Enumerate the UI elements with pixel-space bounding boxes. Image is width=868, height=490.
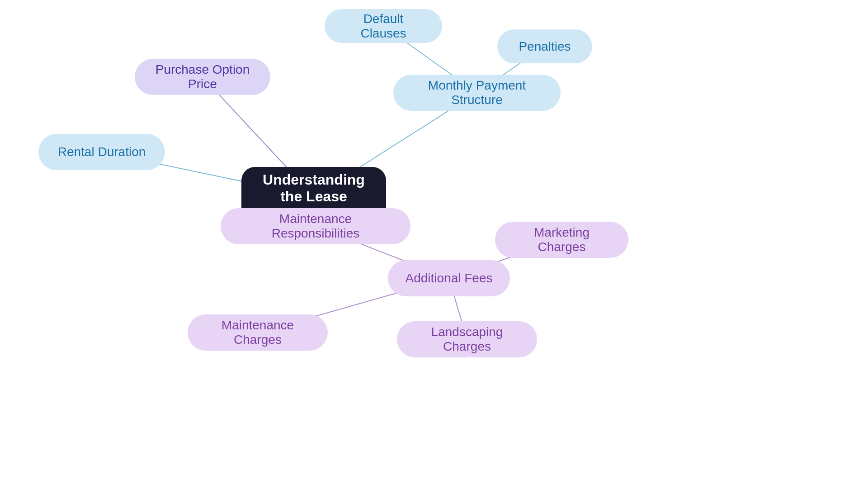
marketing-charges-node: Marketing Charges — [495, 222, 628, 258]
maintenance-charges-node: Maintenance Charges — [188, 314, 328, 351]
penalties-node: Penalties — [497, 29, 592, 63]
monthly-payment-node: Monthly Payment Structure — [393, 75, 561, 111]
rental-duration-node: Rental Duration — [38, 134, 165, 170]
landscaping-charges-node: Landscaping Charges — [397, 321, 537, 357]
additional-fees-node: Additional Fees — [388, 260, 510, 296]
default-clauses-node: Default Clauses — [325, 9, 442, 43]
purchase-option-node: Purchase Option Price — [135, 59, 270, 95]
maintenance-resp-node: Maintenance Responsibilities — [221, 208, 410, 244]
